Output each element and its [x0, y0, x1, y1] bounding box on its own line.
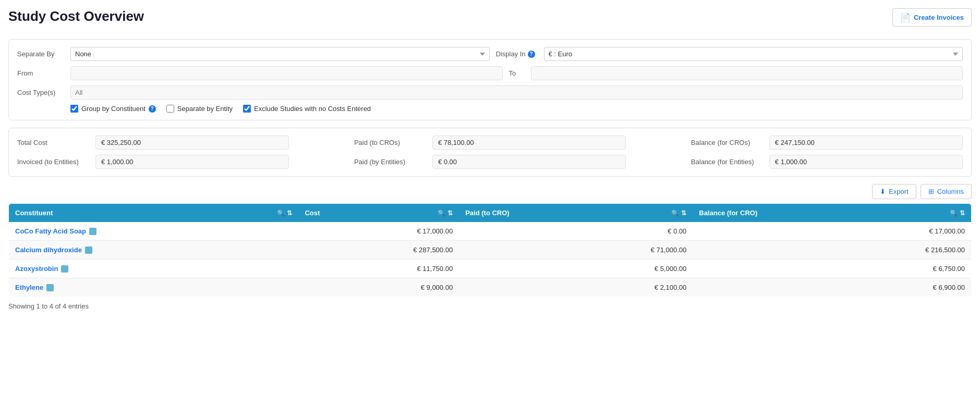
export-label: Export — [889, 188, 909, 195]
exclude-studies-checkbox-item[interactable]: Exclude Studies with no Costs Entered — [243, 105, 371, 113]
col-header-cost: Cost 🔍 ⇅ — [298, 204, 459, 223]
balance-for-cro-cell: € 17,000.00 — [693, 222, 971, 241]
balance-search-icon[interactable]: 🔍 — [950, 210, 958, 217]
create-invoices-button[interactable]: 📄 Create Invoices — [892, 8, 972, 27]
export-icon: ⬇ — [880, 188, 886, 195]
group-by-constituent-checkbox[interactable] — [70, 105, 78, 113]
constituent-cell[interactable]: CoCo Fatty Acid Soap — [9, 222, 299, 241]
total-cost-label: Total Cost — [17, 139, 90, 146]
display-in-select[interactable]: € : Euro $ : USD £ : GBP — [544, 47, 963, 61]
balance-for-cro-cell: € 216,500.00 — [693, 241, 971, 260]
from-input[interactable] — [70, 66, 503, 80]
export-button[interactable]: ⬇ Export — [872, 184, 916, 199]
separate-by-label: Separate By — [17, 50, 64, 58]
constituent-link[interactable]: Calcium dihydroxide — [15, 246, 292, 254]
paid-sort-icon[interactable]: ⇅ — [681, 210, 686, 217]
summary-section: Total Cost € 325,250.00 Paid (to CROs) €… — [8, 128, 972, 177]
separate-by-select[interactable]: None Entity Constituent — [70, 47, 490, 61]
display-in-help-icon[interactable]: ? — [528, 51, 535, 58]
paid-search-icon[interactable]: 🔍 — [671, 210, 679, 217]
group-by-constituent-help-icon[interactable]: ? — [149, 105, 156, 113]
constituent-page-icon — [85, 247, 92, 254]
balance-for-cros-value: € 247,150.00 — [769, 136, 963, 150]
columns-button[interactable]: ⊞ Columns — [921, 184, 972, 199]
separate-by-entity-label: Separate by Entity — [177, 105, 233, 113]
exclude-studies-checkbox[interactable] — [243, 105, 251, 113]
constituent-page-icon — [46, 284, 54, 291]
group-by-constituent-label: Group by Constituent — [81, 105, 146, 113]
showing-text: Showing 1 to 4 of 4 entries — [8, 302, 972, 310]
paid-to-cros-value: € 78,100.00 — [432, 136, 626, 150]
exclude-studies-label: Exclude Studies with no Costs Entered — [254, 105, 371, 113]
paid-to-cro-cell: € 5,000.00 — [459, 260, 693, 278]
constituent-search-icon[interactable]: 🔍 — [277, 210, 285, 217]
table-toolbar: ⬇ Export ⊞ Columns — [8, 184, 972, 199]
table-row: CoCo Fatty Acid Soap € 17,000.00€ 0.00€ … — [9, 222, 972, 241]
to-label: To — [509, 69, 525, 77]
separate-by-entity-checkbox[interactable] — [166, 105, 174, 113]
constituent-page-icon — [89, 228, 96, 235]
cost-cell: € 17,000.00 — [298, 222, 459, 241]
constituent-sort-icon[interactable]: ⇅ — [287, 210, 292, 217]
paid-by-entities-value: € 0.00 — [432, 155, 626, 169]
constituent-link[interactable]: Azoxystrobin — [15, 265, 292, 273]
constituent-link[interactable]: CoCo Fatty Acid Soap — [15, 227, 292, 235]
constituent-cell[interactable]: Ethylene — [9, 278, 299, 297]
paid-to-cros-label: Paid (to CROs) — [354, 139, 427, 146]
cost-sort-icon[interactable]: ⇅ — [447, 210, 453, 217]
col-header-paid-to-cro: Paid (to CRO) 🔍 ⇅ — [459, 204, 693, 223]
from-label: From — [17, 69, 64, 77]
columns-icon: ⊞ — [928, 188, 934, 195]
paid-to-cro-cell: € 0.00 — [459, 222, 693, 241]
balance-for-cros-label: Balance (for CROs) — [691, 139, 764, 146]
constituent-page-icon — [61, 265, 68, 273]
invoiced-to-entities-label: Invoiced (to Entities) — [17, 158, 90, 166]
col-header-balance-for-cro: Balance (for CRO) 🔍 ⇅ — [693, 204, 971, 223]
table-row: Azoxystrobin € 11,750.00€ 5,000.00€ 6,75… — [9, 260, 972, 278]
paid-by-entities-label: Paid (by Entities) — [354, 158, 427, 166]
data-table: Constituent 🔍 ⇅ Cost 🔍 ⇅ — [8, 203, 972, 297]
cost-types-label: Cost Type(s) — [17, 89, 64, 96]
cost-cell: € 287,500.00 — [298, 241, 459, 260]
paid-to-cro-cell: € 71,000.00 — [459, 241, 693, 260]
balance-for-cro-cell: € 6,900.00 — [693, 278, 971, 297]
invoiced-to-entities-value: € 1,000.00 — [95, 155, 289, 169]
cost-cell: € 9,000.00 — [298, 278, 459, 297]
balance-sort-icon[interactable]: ⇅ — [960, 210, 965, 217]
table-row: Calcium dihydroxide € 287,500.00€ 71,000… — [9, 241, 972, 260]
display-in-label: Display In ? — [496, 50, 538, 58]
invoice-icon: 📄 — [900, 13, 911, 22]
balance-for-entities-value: € 1,000.00 — [769, 155, 963, 169]
col-header-constituent: Constituent 🔍 ⇅ — [9, 204, 299, 223]
group-by-constituent-checkbox-item[interactable]: Group by Constituent ? — [70, 105, 156, 113]
cost-search-icon[interactable]: 🔍 — [438, 210, 445, 217]
total-cost-value: € 325,250.00 — [95, 136, 289, 150]
to-input[interactable] — [531, 66, 963, 80]
constituent-cell[interactable]: Azoxystrobin — [9, 260, 299, 278]
filter-section: Separate By None Entity Constituent Disp… — [8, 39, 972, 120]
table-row: Ethylene € 9,000.00€ 2,100.00€ 6,900.00 — [9, 278, 972, 297]
page-title: Study Cost Overview — [8, 8, 144, 24]
balance-for-cro-cell: € 6,750.00 — [693, 260, 971, 278]
paid-to-cro-cell: € 2,100.00 — [459, 278, 693, 297]
cost-types-input[interactable] — [70, 85, 963, 100]
separate-by-entity-checkbox-item[interactable]: Separate by Entity — [166, 105, 233, 113]
constituent-cell[interactable]: Calcium dihydroxide — [9, 241, 299, 260]
constituent-link[interactable]: Ethylene — [15, 284, 292, 291]
columns-label: Columns — [937, 188, 964, 195]
balance-for-entities-label: Balance (for Entities) — [691, 158, 764, 166]
cost-cell: € 11,750.00 — [298, 260, 459, 278]
